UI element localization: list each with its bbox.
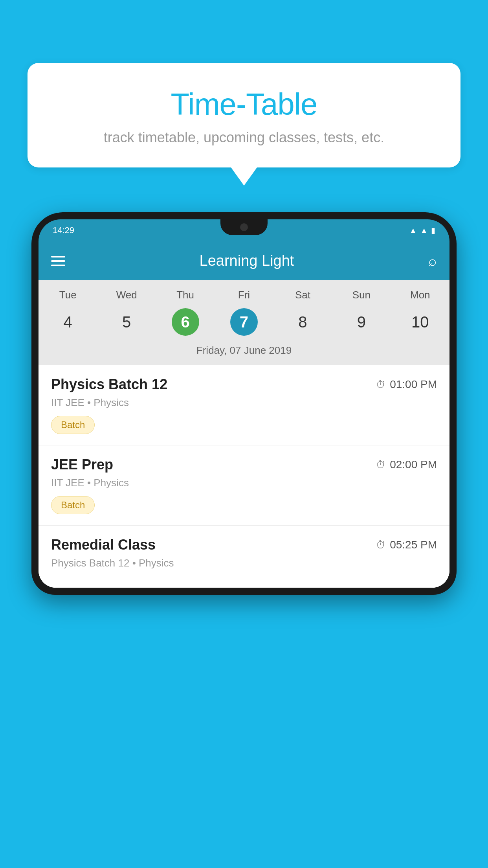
phone-outer: 14:29 ▲ ▲ ▮ Learning Light ⌕: [31, 212, 457, 595]
day-6[interactable]: 6: [156, 305, 215, 339]
day-7[interactable]: 7: [215, 305, 273, 339]
bubble-subtitle: track timetable, upcoming classes, tests…: [47, 129, 441, 146]
schedule-item-2-time: ⏱ 02:00 PM: [376, 458, 437, 471]
schedule-item-3-title: Remedial Class: [51, 537, 156, 553]
schedule-item-1-title: Physics Batch 12: [51, 376, 167, 393]
battery-icon: ▮: [431, 226, 435, 235]
day-header-tue: Tue: [39, 289, 97, 301]
day-header-thu: Thu: [156, 289, 215, 301]
schedule-item-2-tag: Batch: [51, 496, 95, 514]
schedule-item-2-title: JEE Prep: [51, 456, 113, 473]
search-button[interactable]: ⌕: [428, 253, 437, 269]
speech-bubble-container: Time-Table track timetable, upcoming cla…: [28, 63, 460, 167]
schedule-item-2-header: JEE Prep ⏱ 02:00 PM: [51, 456, 437, 473]
menu-button[interactable]: [51, 256, 65, 266]
schedule-list: Physics Batch 12 ⏱ 01:00 PM IIT JEE • Ph…: [39, 365, 449, 588]
day-header-mon: Mon: [391, 289, 449, 301]
day-10[interactable]: 10: [391, 305, 449, 339]
selected-date-label: Friday, 07 June 2019: [39, 339, 449, 359]
status-icons: ▲ ▲ ▮: [409, 226, 435, 235]
schedule-item-3-time-value: 05:25 PM: [390, 539, 437, 551]
schedule-item-1-time: ⏱ 01:00 PM: [376, 378, 437, 391]
day-header-sun: Sun: [332, 289, 391, 301]
phone-notch: [220, 219, 268, 235]
day-headers: Tue Wed Thu Fri Sat Sun Mon: [39, 289, 449, 301]
wifi-icon: ▲: [409, 226, 417, 235]
day-header-wed: Wed: [97, 289, 156, 301]
app-title: Learning Light: [200, 252, 294, 269]
schedule-item-2[interactable]: JEE Prep ⏱ 02:00 PM IIT JEE • Physics Ba…: [39, 445, 449, 526]
day-6-circle: 6: [172, 308, 199, 336]
schedule-item-3-time: ⏱ 05:25 PM: [376, 539, 437, 551]
schedule-item-1-header: Physics Batch 12 ⏱ 01:00 PM: [51, 376, 437, 393]
status-time: 14:29: [53, 225, 74, 235]
day-5[interactable]: 5: [97, 305, 156, 339]
schedule-item-2-time-value: 02:00 PM: [390, 458, 437, 471]
signal-icon: ▲: [420, 226, 428, 235]
day-7-circle: 7: [230, 308, 258, 336]
day-8[interactable]: 8: [273, 305, 332, 339]
day-numbers: 4 5 6 7 8 9 10: [39, 305, 449, 339]
phone-screen: Learning Light ⌕ Tue Wed Thu Fri Sat Sun…: [39, 241, 449, 588]
day-4[interactable]: 4: [39, 305, 97, 339]
schedule-item-1[interactable]: Physics Batch 12 ⏱ 01:00 PM IIT JEE • Ph…: [39, 365, 449, 445]
schedule-item-3-header: Remedial Class ⏱ 05:25 PM: [51, 537, 437, 553]
app-toolbar: Learning Light ⌕: [39, 241, 449, 280]
clock-icon-1: ⏱: [376, 379, 386, 391]
schedule-item-1-time-value: 01:00 PM: [390, 378, 437, 391]
schedule-item-3[interactable]: Remedial Class ⏱ 05:25 PM Physics Batch …: [39, 526, 449, 588]
clock-icon-3: ⏱: [376, 539, 386, 551]
schedule-item-2-meta: IIT JEE • Physics: [51, 477, 437, 489]
schedule-item-1-tag: Batch: [51, 416, 95, 434]
schedule-item-3-meta: Physics Batch 12 • Physics: [51, 557, 437, 569]
status-bar: 14:29 ▲ ▲ ▮: [39, 219, 449, 241]
calendar-strip: Tue Wed Thu Fri Sat Sun Mon 4 5 6 7: [39, 280, 449, 365]
speech-bubble: Time-Table track timetable, upcoming cla…: [28, 63, 460, 167]
day-9[interactable]: 9: [332, 305, 391, 339]
schedule-item-1-meta: IIT JEE • Physics: [51, 397, 437, 409]
bubble-title: Time-Table: [47, 86, 441, 122]
day-header-fri: Fri: [215, 289, 273, 301]
clock-icon-2: ⏱: [376, 459, 386, 471]
day-header-sat: Sat: [273, 289, 332, 301]
camera-dot: [240, 223, 248, 231]
phone-container: 14:29 ▲ ▲ ▮ Learning Light ⌕: [31, 212, 457, 868]
